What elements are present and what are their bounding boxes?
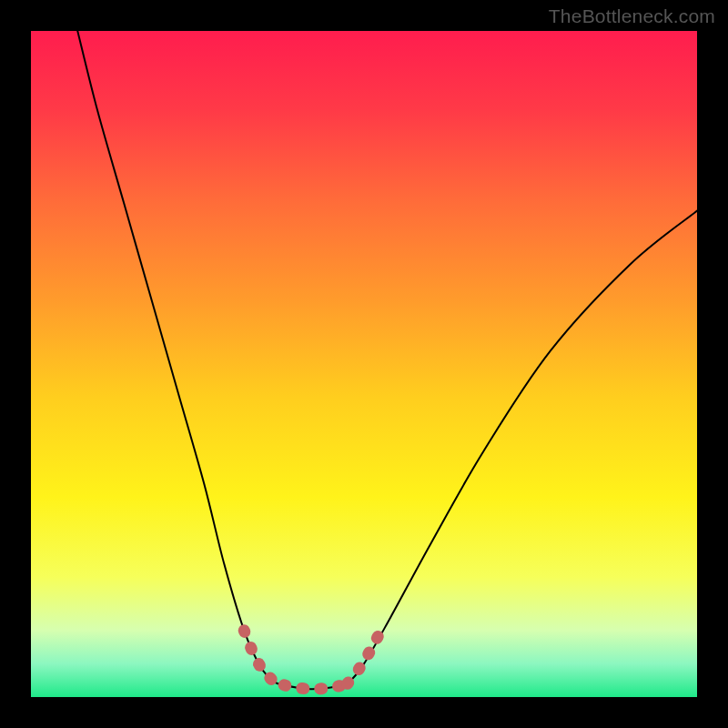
plot-area (31, 31, 697, 697)
gradient-background (31, 31, 697, 697)
outer-black-frame: TheBottleneck.com (0, 0, 728, 728)
bottleneck-chart (31, 31, 697, 697)
watermark-text: TheBottleneck.com (549, 5, 715, 27)
